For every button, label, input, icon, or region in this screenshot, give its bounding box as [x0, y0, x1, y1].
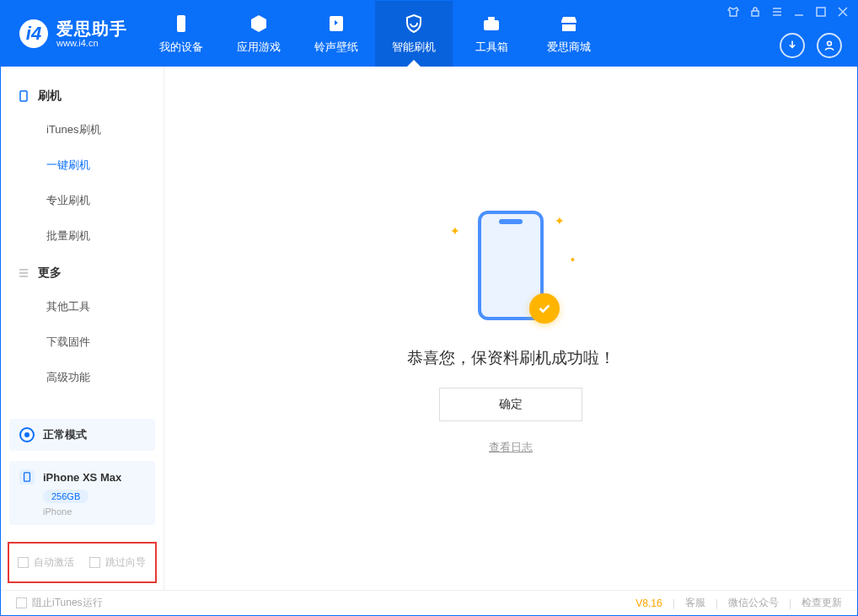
nav-apps-games[interactable]: 应用游戏 — [220, 1, 298, 67]
view-log-link[interactable]: 查看日志 — [489, 440, 533, 455]
sidebar-item-batch-flash[interactable]: 批量刷机 — [1, 218, 164, 254]
maximize-icon[interactable] — [815, 6, 827, 18]
nav-label: 爱思商城 — [547, 40, 591, 55]
svg-rect-4 — [752, 11, 759, 16]
nav-smart-flash[interactable]: 智能刷机 — [375, 1, 453, 67]
main-nav: 我的设备 应用游戏 铃声壁纸 智能刷机 工具箱 爱思商城 — [142, 1, 608, 67]
check-update-link[interactable]: 检查更新 — [802, 596, 842, 610]
sidebar-item-pro-flash[interactable]: 专业刷机 — [1, 183, 164, 218]
nav-my-device[interactable]: 我的设备 — [142, 1, 220, 67]
nav-toolbox[interactable]: 工具箱 — [453, 1, 530, 67]
music-icon — [325, 13, 347, 35]
shirt-icon[interactable] — [727, 6, 739, 18]
support-link[interactable]: 客服 — [685, 596, 705, 610]
checkbox-label: 自动激活 — [34, 555, 74, 570]
sidebar: 刷机 iTunes刷机 一键刷机 专业刷机 批量刷机 更多 其他工具 下载固件 … — [1, 67, 164, 590]
main-content: ✦ ✦ • 恭喜您，保资料刷机成功啦！ 确定 查看日志 — [164, 67, 857, 590]
checkbox-block-itunes[interactable]: 阻止iTunes运行 — [16, 596, 103, 610]
download-icon[interactable] — [780, 33, 805, 58]
device-icon — [170, 13, 192, 35]
sidebar-item-oneclick-flash[interactable]: 一键刷机 — [1, 147, 164, 183]
sidebar-item-advanced[interactable]: 高级功能 — [1, 360, 164, 395]
group-label: 刷机 — [38, 88, 62, 104]
sparkle-icon: ✦ — [450, 224, 460, 238]
nav-label: 我的设备 — [159, 40, 203, 55]
mode-card[interactable]: 正常模式 — [9, 419, 155, 451]
user-icon[interactable] — [817, 33, 842, 58]
cube-icon — [248, 13, 270, 35]
checkbox-icon — [18, 557, 29, 568]
close-icon[interactable] — [837, 6, 849, 18]
sidebar-item-other-tools[interactable]: 其他工具 — [1, 289, 164, 324]
nav-label: 应用游戏 — [237, 40, 281, 55]
list-icon — [18, 267, 29, 279]
version-label: V8.16 — [635, 597, 662, 609]
device-name: iPhone XS Max — [43, 471, 121, 484]
minimize-icon[interactable] — [793, 6, 805, 18]
lock-icon[interactable] — [749, 6, 761, 18]
status-bar: 阻止iTunes运行 V8.16 | 客服 | 微信公众号 | 检查更新 — [1, 590, 857, 615]
group-label: 更多 — [38, 265, 62, 281]
checkbox-label: 阻止iTunes运行 — [32, 596, 103, 610]
refresh-shield-icon — [403, 13, 425, 35]
app-title: 爱思助手 — [56, 19, 127, 38]
sidebar-group-flash: 刷机 — [1, 77, 164, 112]
success-message: 恭喜您，保资料刷机成功啦！ — [407, 347, 615, 369]
checkbox-label: 跳过向导 — [105, 555, 146, 570]
nav-store[interactable]: 爱思商城 — [530, 1, 608, 67]
header-action-icons — [780, 33, 842, 58]
mode-label: 正常模式 — [43, 427, 87, 442]
phone-icon — [18, 90, 29, 102]
app-subtitle: www.i4.cn — [56, 38, 127, 48]
ok-button[interactable]: 确定 — [439, 388, 582, 421]
device-storage-badge: 256GB — [43, 490, 88, 503]
toolbox-icon — [480, 13, 502, 35]
svg-rect-5 — [817, 8, 825, 16]
wechat-link[interactable]: 微信公众号 — [728, 596, 779, 610]
svg-rect-3 — [488, 17, 495, 20]
checkbox-auto-activate[interactable]: 自动激活 — [18, 555, 74, 570]
sparkle-icon: ✦ — [555, 214, 565, 228]
window-controls-top — [727, 6, 849, 18]
nav-ringtones-wallpapers[interactable]: 铃声壁纸 — [298, 1, 375, 67]
sidebar-item-download-firmware[interactable]: 下载固件 — [1, 324, 164, 360]
checkmark-badge-icon — [529, 293, 560, 324]
app-header: i4 爱思助手 www.i4.cn 我的设备 应用游戏 铃声壁纸 智能刷机 工具… — [1, 1, 857, 67]
nav-label: 智能刷机 — [392, 40, 436, 55]
logo-icon: i4 — [19, 19, 48, 48]
nav-label: 铃声壁纸 — [314, 40, 358, 55]
svg-rect-2 — [484, 20, 499, 30]
device-card[interactable]: iPhone XS Max 256GB iPhone — [9, 461, 155, 525]
svg-rect-8 — [24, 473, 30, 481]
nav-label: 工具箱 — [475, 40, 508, 55]
checkbox-skip-guide[interactable]: 跳过向导 — [89, 555, 146, 570]
store-icon — [558, 13, 580, 35]
menu-icon[interactable] — [771, 6, 783, 18]
checkbox-icon — [16, 597, 27, 608]
checkbox-icon — [89, 557, 100, 568]
app-logo: i4 爱思助手 www.i4.cn — [1, 1, 142, 67]
sparkle-icon: • — [571, 253, 575, 266]
svg-rect-7 — [20, 91, 27, 101]
flash-options-highlighted: 自动激活 跳过向导 — [8, 542, 157, 583]
sidebar-item-itunes-flash[interactable]: iTunes刷机 — [1, 112, 164, 147]
mode-indicator-icon — [19, 427, 35, 442]
success-illustration: ✦ ✦ • — [435, 202, 587, 329]
sidebar-group-more: 更多 — [1, 254, 164, 289]
svg-rect-0 — [177, 15, 185, 32]
device-type: iPhone — [43, 506, 145, 517]
svg-point-6 — [828, 41, 832, 46]
device-phone-icon — [19, 469, 35, 485]
